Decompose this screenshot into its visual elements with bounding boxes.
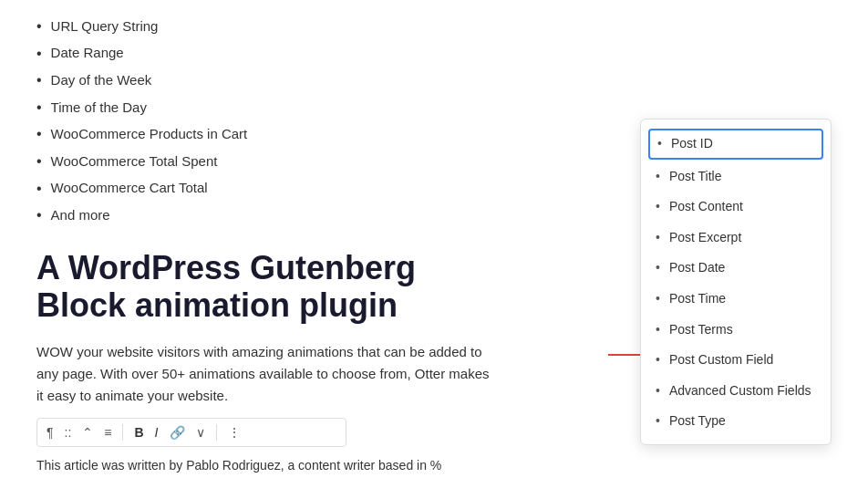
link-icon[interactable]: 🔗: [170, 425, 185, 440]
list-item: And more: [36, 203, 492, 227]
list-item: WooCommerce Cart Total: [36, 177, 492, 201]
list-item: WooCommerce Total Spent: [36, 150, 492, 173]
dropdown-panel: Post ID Post Title Post Content Post Exc…: [640, 119, 832, 445]
dropdown-item-post-terms[interactable]: Post Terms: [641, 315, 831, 346]
align-icon[interactable]: ≡: [104, 425, 111, 440]
page-heading: A WordPress Gutenberg Block animation pl…: [36, 249, 492, 325]
bold-button[interactable]: B: [134, 425, 143, 440]
dropdown-item-post-time[interactable]: Post Time: [641, 284, 831, 315]
main-content: URL Query String Date Range Day of the W…: [0, 0, 529, 478]
kebab-menu-icon[interactable]: ⋮: [228, 425, 241, 440]
body-paragraph: WOW your website visitors with amazing a…: [36, 341, 492, 407]
list-item: Day of the Week: [36, 68, 492, 92]
editor-toolbar[interactable]: ¶ :: ⌃ ≡ B I 🔗 ∨ ⋮: [36, 418, 346, 447]
footer-paragraph: This article was written by Pablo Rodrig…: [36, 458, 492, 473]
toolbar-divider-2: [216, 424, 217, 441]
drag-icon[interactable]: ::: [65, 425, 72, 440]
dropdown-item-post-id[interactable]: Post ID: [648, 129, 823, 160]
dropdown-item-post-date[interactable]: Post Date: [641, 253, 831, 284]
list-item: URL Query String: [36, 15, 492, 38]
dropdown-item-post-type[interactable]: Post Type: [641, 406, 831, 437]
list-item: Time of the Day: [36, 96, 492, 120]
italic-button[interactable]: I: [155, 425, 159, 440]
dropdown-item-advanced-custom-fields[interactable]: Advanced Custom Fields: [641, 376, 831, 407]
dropdown-item-post-title[interactable]: Post Title: [641, 161, 831, 192]
toolbar-divider: [122, 424, 123, 441]
feature-list: URL Query String Date Range Day of the W…: [36, 15, 492, 227]
more-options-icon[interactable]: ∨: [196, 425, 205, 440]
dropdown-item-post-content[interactable]: Post Content: [641, 192, 831, 223]
list-item: WooCommerce Products in Cart: [36, 122, 492, 146]
dropdown-item-post-excerpt[interactable]: Post Excerpt: [641, 223, 831, 254]
paragraph-icon[interactable]: ¶: [46, 425, 54, 440]
dropdown-item-post-custom-field[interactable]: Post Custom Field: [641, 345, 831, 376]
list-item: Date Range: [36, 42, 492, 66]
transform-icon[interactable]: ⌃: [82, 425, 93, 440]
